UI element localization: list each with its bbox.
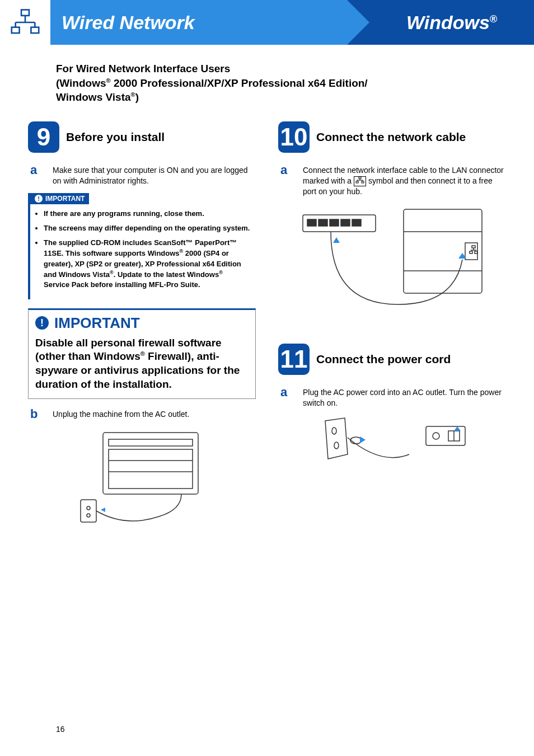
step11-header: 11 Connect the power cord	[278, 344, 506, 375]
header-left-section: Wired Network	[50, 0, 347, 45]
svg-point-38	[334, 442, 339, 449]
step9-title: Before you install	[66, 130, 165, 144]
intro-line2: (Windows® 2000 Professional/XP/XP Profes…	[56, 76, 478, 91]
power-cord-illustration	[278, 415, 506, 477]
step9-a: a Make sure that your computer is ON and…	[28, 164, 256, 186]
important-item-1: If there are any programs running, close…	[44, 209, 250, 219]
step-number-11: 11	[278, 344, 310, 375]
step9-a-text: Make sure that your computer is ON and y…	[53, 164, 256, 186]
network-cable-illustration	[278, 204, 506, 327]
svg-rect-12	[81, 500, 96, 522]
important-box-large: ! IMPORTANT Disable all personal firewal…	[28, 308, 256, 399]
svg-rect-36	[475, 251, 477, 253]
svg-rect-32	[472, 246, 475, 248]
svg-rect-24	[318, 219, 327, 226]
step11-title: Connect the power cord	[316, 353, 451, 366]
important-label-text: IMPORTANT	[45, 195, 85, 203]
svg-rect-35	[470, 251, 472, 253]
step11-a-text: Plug the AC power cord into an AC outlet…	[303, 386, 506, 408]
network-icon-box	[0, 0, 50, 45]
letter-a-10: a	[280, 164, 294, 197]
step9-b: b Unplug the machine from the AC outlet.	[28, 408, 256, 420]
warning-icon-large: !	[35, 316, 49, 330]
svg-rect-26	[341, 219, 350, 226]
step-number-9: 9	[28, 121, 59, 153]
important-item-2: The screens may differ depending on the …	[44, 223, 250, 233]
svg-rect-5	[12, 27, 20, 33]
network-icon	[11, 8, 40, 37]
important-box-small: ! IMPORTANT If there are any programs ru…	[28, 193, 256, 299]
svg-rect-8	[109, 439, 193, 446]
header-arrow-shape	[347, 0, 369, 45]
svg-rect-15	[359, 177, 361, 179]
svg-rect-6	[31, 27, 39, 33]
step-number-10: 10	[278, 121, 310, 153]
page-header: Wired Network Windows®	[0, 0, 534, 45]
unplug-illustration	[28, 427, 256, 533]
header-right-section: Windows®	[347, 0, 534, 45]
step10-header: 10 Connect the network cable	[278, 121, 506, 153]
important-item-3: The supplied CD-ROM includes ScanSoft™ P…	[44, 238, 250, 290]
svg-point-37	[332, 428, 336, 434]
svg-point-41	[433, 433, 439, 439]
svg-rect-21	[362, 181, 364, 183]
right-column: 10 Connect the network cable a Connect t…	[278, 121, 506, 550]
svg-rect-27	[352, 219, 361, 226]
header-right-title: Windows®	[406, 12, 497, 34]
lan-symbol-icon	[354, 176, 366, 186]
printer-unplug-drawing	[69, 427, 215, 533]
hub-printer-drawing	[297, 204, 488, 327]
svg-rect-7	[103, 433, 198, 494]
svg-rect-0	[21, 10, 29, 15]
registered-mark: ®	[490, 13, 497, 24]
step10-a: a Connect the network interface cable to…	[278, 164, 506, 197]
important-label-large: IMPORTANT	[54, 314, 140, 332]
svg-rect-25	[330, 219, 339, 226]
important-list: If there are any programs running, close…	[30, 204, 256, 299]
svg-rect-20	[356, 181, 358, 183]
header-left-title: Wired Network	[62, 12, 195, 34]
content-columns: 9 Before you install a Make sure that yo…	[0, 110, 534, 550]
left-column: 9 Before you install a Make sure that yo…	[28, 121, 256, 550]
svg-rect-9	[109, 449, 193, 489]
step11-a: a Plug the AC power cord into an AC outl…	[278, 386, 506, 408]
header-os-name: Windows	[406, 12, 490, 33]
svg-point-14	[87, 514, 90, 517]
intro-line1: For Wired Network Interface Users	[56, 62, 478, 76]
warning-icon: !	[35, 195, 43, 203]
outlet-switch-drawing	[314, 415, 471, 477]
step10-a-text: Connect the network interface cable to t…	[303, 164, 506, 197]
step9-header: 9 Before you install	[28, 121, 256, 153]
letter-a-11: a	[280, 386, 294, 408]
letter-b: b	[30, 408, 44, 420]
step9-b-text: Unplug the machine from the AC outlet.	[53, 408, 189, 420]
step10-title: Connect the network cable	[316, 130, 466, 144]
important-head-large: ! IMPORTANT	[29, 310, 255, 336]
page-number: 16	[56, 725, 65, 734]
important-label-small: ! IMPORTANT	[30, 193, 89, 204]
svg-point-13	[87, 506, 90, 510]
page-intro: For Wired Network Interface Users (Windo…	[0, 45, 534, 110]
important-body-large: Disable all personal firewall software (…	[29, 336, 255, 398]
svg-rect-23	[307, 219, 316, 226]
intro-line3: Windows Vista®)	[56, 90, 478, 105]
letter-a: a	[30, 164, 44, 186]
